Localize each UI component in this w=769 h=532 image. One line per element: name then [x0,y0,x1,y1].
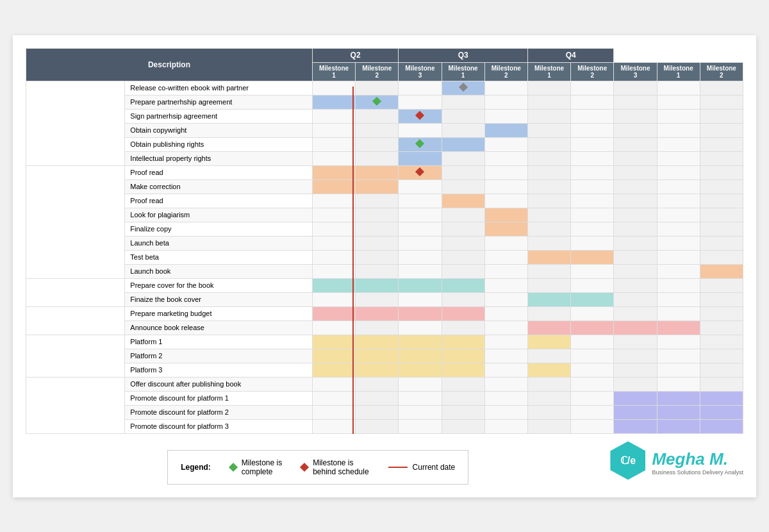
behind-icon [300,462,309,471]
bar-cell-col2 [399,278,442,292]
m1-1: Milestone1 [312,62,355,81]
bar-cell-col6 [571,95,614,109]
bar-cell-col1 [356,137,399,151]
milestone-green-icon [415,139,424,148]
category-selling-platform: Selling platform [26,335,125,377]
bar-cell-col0 [312,264,355,278]
bar-cell-col6 [571,292,614,306]
bar-cell-col3 [442,278,484,292]
bar-cell-col4 [484,151,527,165]
bar-cell-col8 [657,165,700,179]
bar-cell-col1 [356,335,399,349]
bar-cell-col4 [484,250,527,264]
bar-cell-col2 [399,222,442,236]
bar-cell-col1 [356,419,399,433]
bar-cell-col5 [527,194,570,208]
bar-cell-col7 [614,419,657,433]
bar-cell-col8 [657,292,700,306]
bar-cell-col8 [657,222,700,236]
task-name-cell: Promote discount for platform 2 [125,405,313,419]
bar-cell-col1 [356,208,399,222]
bar-cell-col1 [356,405,399,419]
bar-cell-col5 [527,109,570,123]
bar-cell-col4 [484,179,527,194]
bar-cell-col9 [700,320,743,335]
current-date-line [352,87,354,434]
bar-cell-col7 [614,81,657,95]
bar-cell-col9 [700,419,743,433]
task-name-cell: Make correction [125,179,313,194]
bar-cell-col1 [356,377,399,391]
bar-cell-col7 [614,137,657,151]
bar-cell-col5 [527,95,570,109]
bar-cell-col1 [356,222,399,236]
complete-icon [229,462,238,471]
bar-cell-col5 [527,306,570,320]
bar-cell-col0 [312,109,355,123]
bar-cell-col5 [527,137,570,151]
milestone-gray-icon [459,83,468,92]
table-row: Announce book release [26,320,743,335]
bar-cell-col3 [442,222,484,236]
bar-cell-col2 [399,292,442,306]
bar-cell-col0 [312,123,355,137]
bar-cell-col8 [657,194,700,208]
bar-cell-col6 [571,208,614,222]
bar-cell-col1 [356,292,399,306]
bar-cell-col1 [356,95,399,109]
bar-cell-col4 [484,81,527,95]
behind-label: Milestone isbehind schedule [313,458,368,476]
bar-cell-col8 [657,363,700,377]
bar-cell-col2 [399,306,442,320]
bar-cell-col3 [442,391,484,405]
bar-cell-col0 [312,137,355,151]
bar-cell-col3 [442,363,484,377]
bar-cell-col9 [700,151,743,165]
bar-cell-col6 [571,391,614,405]
bar-cell-col9 [700,405,743,419]
table-row: Obtain publishing rights [26,137,743,151]
bar-cell-col2 [399,335,442,349]
bar-cell-col0 [312,208,355,222]
m3-3: Milestone3 [614,62,657,81]
bar-cell-col4 [484,208,527,222]
logo-area: ℂ/e Megha M. Business Solutions Delivery… [610,442,743,483]
bar-cell-col2 [399,81,442,95]
bar-cell-col3 [442,335,484,349]
bar-cell-col0 [312,250,355,264]
bar-cell-col0 [312,391,355,405]
bar-cell-col1 [356,363,399,377]
bar-cell-col2 [399,391,442,405]
bar-cell-col3 [442,137,484,151]
bar-cell-col6 [571,405,614,419]
bar-cell-col9 [700,349,743,363]
task-name-cell: Sign partnerhsip agreement [125,109,313,123]
bar-cell-col5 [527,405,570,419]
m4-1: Milestone1 [657,62,700,81]
table-row: CoverPrepare cover for the book [26,278,743,292]
bar-cell-col3 [442,165,484,179]
bar-cell-col6 [571,81,614,95]
bar-cell-col0 [312,405,355,419]
bar-cell-col8 [657,391,700,405]
table-row: Promote discount for platform 1 [26,391,743,405]
bar-cell-col7 [614,151,657,165]
bar-cell-col9 [700,109,743,123]
task-name-cell: Launch beta [125,236,313,250]
bar-cell-col8 [657,250,700,264]
bar-cell-col5 [527,292,570,306]
bar-cell-col9 [700,222,743,236]
bar-cell-col5 [527,123,570,137]
bar-cell-col4 [484,391,527,405]
bar-cell-col5 [527,222,570,236]
bar-cell-col0 [312,306,355,320]
bar-cell-col6 [571,179,614,194]
task-name-cell: Announce book release [125,320,313,335]
milestone-green-icon [372,97,381,106]
table-row: Selling platformPlatform 1 [26,335,743,349]
bar-cell-col1 [356,278,399,292]
table-row: Proof read [26,194,743,208]
bar-cell-col5 [527,81,570,95]
table-row: Finalize copy [26,222,743,236]
bottom-row: Legend: Milestone iscomplete Milestone i… [26,440,743,485]
